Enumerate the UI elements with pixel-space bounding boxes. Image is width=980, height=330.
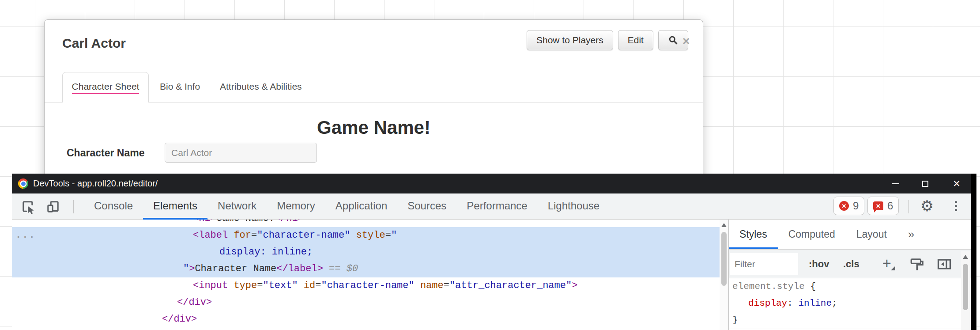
tab-sources[interactable]: Sources <box>397 193 456 220</box>
dom-node-label-close[interactable]: ">Character Name</label> == $0 <box>12 261 720 277</box>
styles-scroll-up-arrow-icon[interactable] <box>963 255 968 259</box>
devtools-window-title: DevTools - app.roll20.net/editor/ <box>33 174 158 193</box>
edit-button[interactable]: Edit <box>618 30 653 50</box>
rule-divider <box>729 329 962 329</box>
character-dialog: Carl Actor Show to Players Edit ✕ Charac… <box>44 19 703 196</box>
style-rules: element.style { display: inline; } <box>729 278 962 329</box>
more-tabs-chevron-icon[interactable]: » <box>908 228 914 241</box>
rule-selector-line[interactable]: element.style { <box>729 278 962 295</box>
tab-performance[interactable]: Performance <box>456 193 537 220</box>
more-options-kebab-icon[interactable] <box>951 197 960 215</box>
toolbar-separator-2 <box>908 200 909 213</box>
toolbar-separator <box>73 200 74 213</box>
devtools-titlebar: DevTools - app.roll20.net/editor/ ✕ <box>12 174 971 193</box>
styles-scrollbar[interactable] <box>961 251 970 330</box>
minimize-icon <box>892 183 899 184</box>
tab-application[interactable]: Application <box>325 193 397 220</box>
dialog-header-divider <box>54 63 693 63</box>
new-style-rule-button[interactable]: + <box>882 250 891 278</box>
tab-console[interactable]: Console <box>84 193 143 220</box>
maximize-icon <box>922 181 928 187</box>
devtools-main: <h1>Game Name!</h1> ...<label for="chara… <box>12 220 971 330</box>
dialog-close-icon[interactable]: ✕ <box>682 36 690 47</box>
error-icon: ✕ <box>839 201 849 211</box>
scroll-up-arrow-icon[interactable] <box>721 223 727 227</box>
dom-tree: <h1>Game Name!</h1> ...<label for="chara… <box>12 220 720 328</box>
rule-close-line: } <box>729 312 962 329</box>
dom-node-div-close-2[interactable]: </div> <box>12 311 720 328</box>
window-close-button[interactable]: ✕ <box>951 174 962 193</box>
character-name-label: Character Name <box>67 147 144 159</box>
devtools-panel-tabs: Console Elements Network Memory Applicat… <box>84 193 610 220</box>
character-name-input[interactable] <box>165 143 317 163</box>
elements-tree-pane: <h1>Game Name!</h1> ...<label for="chara… <box>12 220 720 330</box>
settings-gear-icon[interactable]: ⚙ <box>918 197 936 215</box>
devtools-window: DevTools - app.roll20.net/editor/ ✕ Cons… <box>12 174 976 330</box>
device-toolbar-icon <box>46 200 60 214</box>
dialog-header-buttons: Show to Players Edit <box>527 30 688 50</box>
tab-character-sheet[interactable]: Character Sheet <box>62 72 149 102</box>
dom-node-input[interactable]: <input type="text" id="character-name" n… <box>12 277 720 294</box>
tab-computed[interactable]: Computed <box>788 228 835 240</box>
tab-elements[interactable]: Elements <box>143 193 207 220</box>
inspect-cursor-icon <box>21 200 35 214</box>
class-toggle[interactable]: .cls <box>843 250 859 278</box>
tab-memory[interactable]: Memory <box>267 193 325 220</box>
tab-styles[interactable]: Styles <box>739 228 767 240</box>
styles-scrollbar-thumb[interactable] <box>963 264 968 310</box>
hover-state-toggle[interactable]: :hov <box>809 250 829 278</box>
dialog-title: Carl Actor <box>62 36 126 51</box>
issue-count: 6 <box>887 200 893 212</box>
error-count: 9 <box>853 200 859 212</box>
window-maximize-button[interactable] <box>920 174 931 193</box>
dom-node-h1[interactable]: <h1>Game Name!</h1> <box>12 220 720 227</box>
issue-count-badge[interactable]: ✕ 6 <box>867 197 899 215</box>
toggle-sidebar-icon[interactable] <box>936 256 952 272</box>
tab-layout[interactable]: Layout <box>856 228 887 240</box>
styles-toolbar: :hov .cls + <box>729 250 971 278</box>
tab-character-sheet-label: Character Sheet <box>72 81 139 94</box>
paint-roller-icon[interactable] <box>909 256 925 272</box>
roll20-tabletop-grid: Carl Actor Show to Players Edit ✕ Charac… <box>0 0 980 330</box>
gutter-more-actions-icon[interactable]: ... <box>15 227 36 244</box>
close-icon: ✕ <box>953 179 961 188</box>
show-to-players-button[interactable]: Show to Players <box>527 30 613 50</box>
error-count-badge[interactable]: ✕ 9 <box>833 197 864 215</box>
tab-attributes-abilities[interactable]: Attributes & Abilities <box>220 72 302 102</box>
dom-node-label-selected[interactable]: ...<label for="character-name" style=" <box>12 227 720 244</box>
device-toolbar-button[interactable] <box>45 199 60 214</box>
dom-node-div-close[interactable]: </div> <box>12 294 720 311</box>
window-minimize-button[interactable] <box>890 174 901 193</box>
chrome-logo-icon <box>18 178 28 189</box>
elements-scrollbar[interactable] <box>720 220 728 330</box>
dom-node-label-style-text[interactable]: display: inline; <box>12 244 720 261</box>
styles-filter-input[interactable] <box>730 253 798 275</box>
tab-network[interactable]: Network <box>207 193 267 220</box>
active-tab-underline <box>729 247 778 249</box>
sidebar-tabs: Styles Computed Layout » <box>729 220 971 250</box>
issue-icon: ✕ <box>873 201 883 210</box>
tab-bio-info[interactable]: Bio & Info <box>160 72 200 102</box>
magnifier-icon <box>668 35 678 46</box>
elements-scrollbar-thumb[interactable] <box>721 232 727 286</box>
inspect-element-button[interactable] <box>21 199 36 214</box>
devtools-toolbar: Console Elements Network Memory Applicat… <box>12 193 971 220</box>
rule-property-line[interactable]: display: inline; <box>729 295 962 312</box>
game-name-heading: Game Name! <box>45 117 703 138</box>
styles-sidebar: Styles Computed Layout » :hov .cls + <box>729 220 971 330</box>
tab-lighthouse[interactable]: Lighthouse <box>538 193 610 220</box>
